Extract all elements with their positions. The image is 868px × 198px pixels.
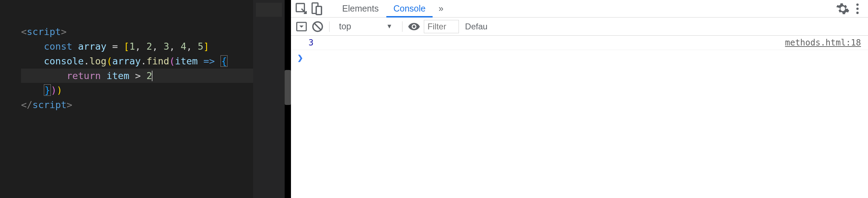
code-line-4-current[interactable]: return item > 2 — [21, 69, 285, 83]
eye-icon[interactable] — [408, 20, 420, 33]
code-line-2[interactable]: const array = [1, 2, 3, 4, 5] — [21, 39, 285, 54]
keyword-const: const — [44, 41, 72, 52]
editor-minimap[interactable] — [253, 0, 285, 198]
paren-close-1: ) — [51, 85, 56, 96]
code-editor-panel[interactable]: <script> const array = [1, 2, 3, 4, 5] c… — [0, 0, 285, 198]
console-output-value: 3 — [308, 38, 313, 48]
paren-open-2: ( — [169, 56, 175, 66]
paren-close-2: ) — [57, 85, 62, 96]
variable-item: item — [101, 70, 135, 81]
console-input-prompt[interactable]: ❯ — [291, 50, 868, 65]
keyword-return: return — [67, 70, 101, 81]
brace-close-highlighted: } — [44, 84, 51, 96]
inspect-element-icon[interactable] — [294, 2, 308, 16]
number-3: 3 — [163, 41, 169, 52]
number-comparison: 2 — [141, 70, 152, 81]
tab-console[interactable]: Console — [386, 0, 433, 17]
svg-point-6 — [856, 12, 859, 14]
svg-line-9 — [314, 23, 321, 30]
execution-context-selector[interactable]: top ▼ — [335, 21, 397, 31]
bracket-close: ] — [203, 41, 209, 52]
tab-elements[interactable]: Elements — [335, 0, 386, 17]
param-item: item — [175, 56, 198, 66]
operator-gt: > — [135, 70, 141, 81]
tab-more-icon[interactable]: » — [433, 3, 449, 14]
chevron-right-icon: ❯ — [297, 54, 303, 62]
device-toolbar-icon[interactable] — [309, 2, 323, 16]
number-2: 2 — [147, 41, 152, 52]
code-line-5[interactable]: })) — [21, 83, 285, 98]
console-log-row[interactable]: 3 methods.html:18 — [291, 36, 868, 50]
toolbar-separator-2 — [402, 21, 402, 32]
number-4: 4 — [181, 41, 186, 52]
brace-open-highlighted: { — [221, 55, 228, 67]
clear-console-icon[interactable] — [311, 20, 324, 33]
tag-close-close-bracket: > — [67, 99, 72, 110]
variable-array: array — [78, 41, 107, 52]
console-toolbar: top ▼ Defau — [291, 17, 868, 36]
chevron-down-icon: ▼ — [386, 23, 393, 30]
code-line-6[interactable]: </script> — [21, 98, 285, 112]
filter-input[interactable] — [424, 20, 459, 33]
scrollbar-thumb[interactable] — [285, 70, 291, 105]
tag-close-bracket: > — [61, 26, 67, 37]
devtools-panel: Elements Console » — [291, 0, 868, 198]
toolbar-separator — [329, 21, 330, 32]
toggle-sidebar-icon[interactable] — [295, 20, 308, 33]
bracket-open: [ — [124, 41, 129, 52]
minimap-content — [256, 3, 282, 17]
tag-name-script-close: script — [33, 99, 67, 110]
tag-open-bracket: < — [21, 26, 27, 37]
code-line-3[interactable]: console.log(array.find(item => { — [21, 54, 285, 69]
kebab-menu-icon[interactable] — [850, 2, 864, 16]
variable-array-ref: array — [112, 56, 141, 66]
panel-divider[interactable] — [285, 0, 291, 198]
tag-name-script: script — [27, 26, 61, 37]
tag-close-open-bracket: </ — [21, 99, 33, 110]
gear-icon[interactable] — [836, 2, 850, 16]
devtools-tab-bar: Elements Console » — [291, 0, 868, 17]
console-source-link[interactable]: methods.html:18 — [785, 38, 861, 48]
method-find: find — [147, 56, 169, 66]
number-5: 5 — [198, 41, 203, 52]
paren-open-1: ( — [107, 56, 112, 66]
svg-rect-2 — [316, 6, 321, 14]
console-output-area[interactable]: 3 methods.html:18 ❯ — [291, 36, 868, 198]
code-line-1[interactable]: <script> — [21, 24, 285, 39]
context-label: top — [339, 21, 351, 31]
number-1: 1 — [129, 41, 135, 52]
operator-equals: = — [107, 41, 124, 52]
text-cursor — [152, 71, 152, 81]
svg-point-5 — [856, 7, 859, 10]
method-log: log — [89, 56, 107, 66]
arrow-function: => — [198, 56, 221, 66]
object-console: console — [44, 56, 84, 66]
log-levels-label[interactable]: Defau — [465, 22, 488, 31]
svg-point-4 — [856, 3, 859, 6]
